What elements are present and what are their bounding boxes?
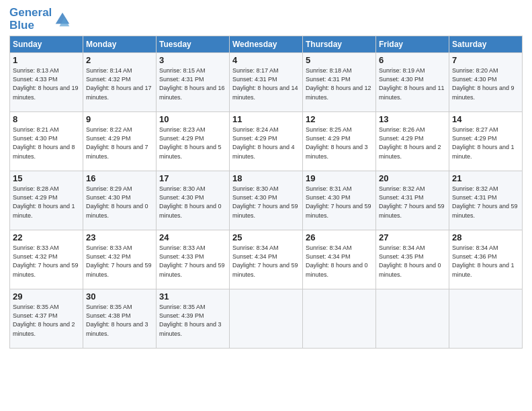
day-number: 24 [159,232,226,242]
day-info: Sunrise: 8:23 AMSunset: 4:29 PMDaylight:… [159,126,226,161]
calendar-cell: 28 Sunrise: 8:34 AMSunset: 4:36 PMDaylig… [449,230,523,289]
col-header-monday: Monday [83,36,157,53]
day-info: Sunrise: 8:15 AMSunset: 4:31 PMDaylight:… [159,66,226,101]
calendar-cell: 26 Sunrise: 8:34 AMSunset: 4:34 PMDaylig… [303,230,376,289]
day-number: 1 [13,55,80,65]
day-info: Sunrise: 8:34 AMSunset: 4:35 PMDaylight:… [379,244,446,279]
calendar-cell: 4 Sunrise: 8:17 AMSunset: 4:31 PMDayligh… [230,53,303,112]
day-info: Sunrise: 8:20 AMSunset: 4:30 PMDaylight:… [452,66,519,101]
day-number: 18 [232,173,300,183]
col-header-thursday: Thursday [303,36,376,53]
day-info: Sunrise: 8:21 AMSunset: 4:30 PMDaylight:… [13,126,80,161]
day-info: Sunrise: 8:35 AMSunset: 4:39 PMDaylight:… [159,303,226,338]
day-number: 11 [232,114,300,124]
day-number: 23 [86,232,153,242]
day-info: Sunrise: 8:35 AMSunset: 4:38 PMDaylight:… [86,303,153,338]
calendar-cell: 22 Sunrise: 8:33 AMSunset: 4:32 PMDaylig… [10,230,83,289]
day-number: 7 [452,55,519,65]
day-number: 17 [159,173,226,183]
calendar-cell: 5 Sunrise: 8:18 AMSunset: 4:31 PMDayligh… [303,53,376,112]
day-info: Sunrise: 8:28 AMSunset: 4:29 PMDaylight:… [13,185,80,220]
col-header-wednesday: Wednesday [230,36,303,53]
logo-text: General [9,7,52,19]
day-info: Sunrise: 8:32 AMSunset: 4:31 PMDaylight:… [379,185,446,220]
day-number: 14 [452,114,519,124]
day-info: Sunrise: 8:14 AMSunset: 4:32 PMDaylight:… [86,66,153,101]
calendar-cell: 20 Sunrise: 8:32 AMSunset: 4:31 PMDaylig… [376,171,449,230]
logo-icon [53,10,72,29]
day-number: 6 [379,55,446,65]
logo-text2: Blue [9,19,52,32]
calendar-cell: 2 Sunrise: 8:14 AMSunset: 4:32 PMDayligh… [83,53,157,112]
day-number: 22 [13,232,80,242]
day-number: 10 [159,114,226,124]
day-info: Sunrise: 8:19 AMSunset: 4:30 PMDaylight:… [379,66,446,101]
day-info: Sunrise: 8:25 AMSunset: 4:29 PMDaylight:… [306,126,373,161]
calendar-cell: 25 Sunrise: 8:34 AMSunset: 4:34 PMDaylig… [230,230,303,289]
calendar-cell [449,289,523,349]
calendar-table: SundayMondayTuesdayWednesdayThursdayFrid… [9,36,523,349]
day-number: 2 [86,55,153,65]
logo: General Blue [9,7,72,32]
day-number: 29 [13,291,80,302]
day-info: Sunrise: 8:34 AMSunset: 4:34 PMDaylight:… [306,244,373,279]
calendar-cell [230,289,303,349]
day-number: 26 [306,232,373,242]
day-number: 30 [86,291,153,302]
day-info: Sunrise: 8:31 AMSunset: 4:30 PMDaylight:… [306,185,373,220]
calendar-cell: 30 Sunrise: 8:35 AMSunset: 4:38 PMDaylig… [83,289,157,349]
day-number: 19 [306,173,373,183]
calendar-cell: 10 Sunrise: 8:23 AMSunset: 4:29 PMDaylig… [157,112,230,171]
calendar-cell: 11 Sunrise: 8:24 AMSunset: 4:29 PMDaylig… [230,112,303,171]
calendar-cell: 9 Sunrise: 8:22 AMSunset: 4:29 PMDayligh… [83,112,157,171]
day-info: Sunrise: 8:27 AMSunset: 4:29 PMDaylight:… [452,126,519,161]
day-number: 16 [86,173,153,183]
day-info: Sunrise: 8:33 AMSunset: 4:32 PMDaylight:… [86,244,153,279]
day-number: 15 [13,173,80,183]
calendar-cell: 15 Sunrise: 8:28 AMSunset: 4:29 PMDaylig… [10,171,83,230]
day-info: Sunrise: 8:34 AMSunset: 4:36 PMDaylight:… [452,244,519,279]
day-info: Sunrise: 8:18 AMSunset: 4:31 PMDaylight:… [306,66,373,101]
day-number: 28 [452,232,519,242]
calendar-cell [376,289,449,349]
calendar-cell: 14 Sunrise: 8:27 AMSunset: 4:29 PMDaylig… [449,112,523,171]
calendar-cell: 17 Sunrise: 8:30 AMSunset: 4:30 PMDaylig… [157,171,230,230]
calendar-cell: 12 Sunrise: 8:25 AMSunset: 4:29 PMDaylig… [303,112,376,171]
col-header-sunday: Sunday [10,36,83,53]
day-info: Sunrise: 8:22 AMSunset: 4:29 PMDaylight:… [86,126,153,161]
calendar-cell: 21 Sunrise: 8:32 AMSunset: 4:31 PMDaylig… [449,171,523,230]
day-info: Sunrise: 8:26 AMSunset: 4:29 PMDaylight:… [379,126,446,161]
day-info: Sunrise: 8:33 AMSunset: 4:33 PMDaylight:… [159,244,226,279]
day-number: 13 [379,114,446,124]
day-info: Sunrise: 8:35 AMSunset: 4:37 PMDaylight:… [13,303,80,338]
day-number: 27 [379,232,446,242]
calendar-cell: 31 Sunrise: 8:35 AMSunset: 4:39 PMDaylig… [157,289,230,349]
day-number: 25 [232,232,300,242]
day-info: Sunrise: 8:33 AMSunset: 4:32 PMDaylight:… [13,244,80,279]
calendar-cell: 7 Sunrise: 8:20 AMSunset: 4:30 PMDayligh… [449,53,523,112]
calendar-cell: 6 Sunrise: 8:19 AMSunset: 4:30 PMDayligh… [376,53,449,112]
calendar-cell: 16 Sunrise: 8:29 AMSunset: 4:30 PMDaylig… [83,171,157,230]
day-number: 9 [86,114,153,124]
calendar-cell: 1 Sunrise: 8:13 AMSunset: 4:33 PMDayligh… [10,53,83,112]
calendar-cell: 13 Sunrise: 8:26 AMSunset: 4:29 PMDaylig… [376,112,449,171]
day-number: 4 [232,55,300,65]
day-number: 5 [306,55,373,65]
header: General Blue [9,7,523,32]
calendar-cell: 23 Sunrise: 8:33 AMSunset: 4:32 PMDaylig… [83,230,157,289]
calendar-cell: 18 Sunrise: 8:30 AMSunset: 4:30 PMDaylig… [230,171,303,230]
calendar-cell [303,289,376,349]
calendar-cell: 3 Sunrise: 8:15 AMSunset: 4:31 PMDayligh… [157,53,230,112]
day-number: 12 [306,114,373,124]
day-info: Sunrise: 8:30 AMSunset: 4:30 PMDaylight:… [159,185,226,220]
day-info: Sunrise: 8:32 AMSunset: 4:31 PMDaylight:… [452,185,519,220]
day-number: 21 [452,173,519,183]
calendar-cell: 27 Sunrise: 8:34 AMSunset: 4:35 PMDaylig… [376,230,449,289]
day-number: 20 [379,173,446,183]
calendar-cell: 19 Sunrise: 8:31 AMSunset: 4:30 PMDaylig… [303,171,376,230]
day-info: Sunrise: 8:29 AMSunset: 4:30 PMDaylight:… [86,185,153,220]
day-number: 31 [159,291,226,302]
col-header-saturday: Saturday [449,36,523,53]
calendar-cell: 8 Sunrise: 8:21 AMSunset: 4:30 PMDayligh… [10,112,83,171]
day-info: Sunrise: 8:30 AMSunset: 4:30 PMDaylight:… [232,185,300,220]
